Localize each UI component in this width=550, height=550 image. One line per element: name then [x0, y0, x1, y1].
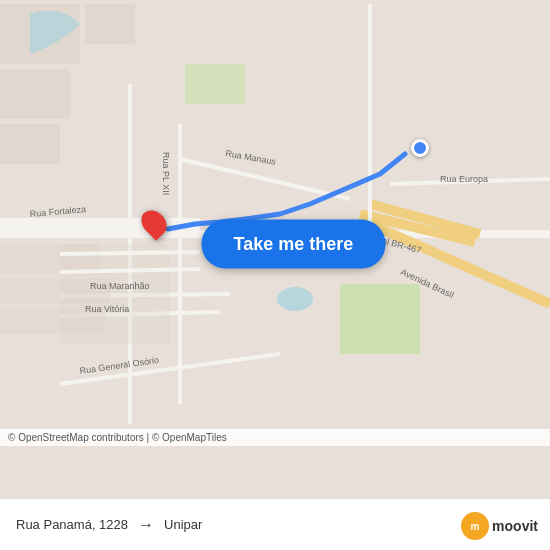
svg-line-26: [60, 252, 200, 254]
bottom-bar: Rua Panamá, 1228 → Unipar m moovit: [0, 498, 550, 550]
svg-rect-2: [85, 4, 135, 44]
moovit-text: moovit: [492, 518, 538, 534]
svg-rect-5: [340, 284, 420, 354]
svg-text:Rua PL XII: Rua PL XII: [161, 152, 171, 195]
map-area: Rua Fortaleza Rua Manaus Rua Europa Rua …: [0, 0, 550, 498]
origin-label: Rua Panamá, 1228: [16, 517, 128, 532]
svg-rect-6: [185, 64, 245, 104]
moovit-logo: m moovit: [461, 512, 538, 540]
destination-label: Unipar: [164, 517, 202, 532]
moovit-icon: m: [461, 512, 489, 540]
svg-text:m: m: [471, 521, 480, 532]
svg-rect-4: [0, 124, 60, 164]
take-me-there-button[interactable]: Take me there: [202, 220, 386, 269]
app-container: Rua Fortaleza Rua Manaus Rua Europa Rua …: [0, 0, 550, 550]
svg-text:Rua Maranhão: Rua Maranhão: [90, 281, 150, 291]
attribution-text: © OpenStreetMap contributors | © OpenMap…: [8, 432, 227, 443]
svg-rect-3: [0, 69, 70, 119]
attribution-bar: © OpenStreetMap contributors | © OpenMap…: [0, 429, 550, 446]
svg-text:Rua Europa: Rua Europa: [440, 174, 488, 184]
svg-point-7: [277, 287, 313, 311]
origin-marker: [143, 209, 165, 237]
svg-rect-25: [60, 244, 170, 344]
arrow-icon: →: [138, 516, 154, 534]
svg-text:Rua Vitória: Rua Vitória: [85, 304, 129, 314]
